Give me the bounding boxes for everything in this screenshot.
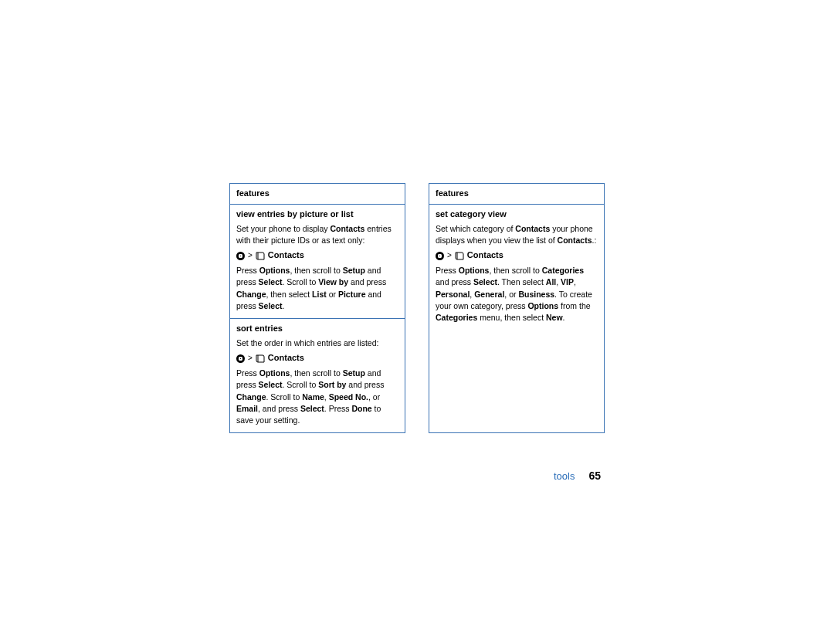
chevron-right-icon: > [447,250,452,262]
chevron-right-icon: > [248,250,253,262]
menu-key-icon [236,252,245,260]
sort-entries-title: sort entries [236,323,398,335]
sort-entries-section: sort entries Set the order in which entr… [230,319,405,432]
view-entries-steps: Press Options, then scroll to Setup and … [236,265,398,312]
right-column: features set category view Set which cat… [429,183,605,433]
manual-page: features view entries by picture or list… [0,0,834,644]
set-category-desc: Set which category of Contacts your phon… [436,223,598,246]
features-header: features [436,188,469,198]
page-footer: tools 65 [554,469,601,482]
set-category-title: set category view [436,208,598,221]
nav-contacts-label: Contacts [467,249,503,262]
nav-contacts-label: Contacts [268,249,304,262]
features-header: features [236,188,270,198]
page-number: 65 [588,469,601,482]
left-column: features view entries by picture or list… [229,183,405,433]
view-entries-desc: Set your phone to display Contacts entri… [236,223,398,246]
menu-key-icon [236,354,245,363]
sort-entries-desc: Set the order in which entries are liste… [236,337,398,349]
contacts-icon [256,252,265,260]
view-entries-title: view entries by picture or list [236,208,398,221]
set-category-steps: Press Options, then scroll to Categories… [436,265,598,324]
menu-key-icon [436,252,444,260]
content-columns: features view entries by picture or list… [229,183,605,433]
nav-path: > Contacts [436,249,598,262]
left-header-cell: features [230,184,405,205]
set-category-section: set category view Set which category of … [429,205,604,330]
nav-contacts-label: Contacts [268,352,304,364]
chevron-right-icon: > [248,353,253,364]
section-label: tools [554,470,575,482]
contacts-icon [455,252,464,260]
sort-entries-steps: Press Options, then scroll to Setup and … [236,368,398,426]
nav-path: > Contacts [236,249,398,262]
right-header-cell: features [429,184,604,205]
view-entries-section: view entries by picture or list Set your… [230,205,405,319]
nav-path: > Contacts [236,352,398,364]
contacts-icon [256,354,265,363]
